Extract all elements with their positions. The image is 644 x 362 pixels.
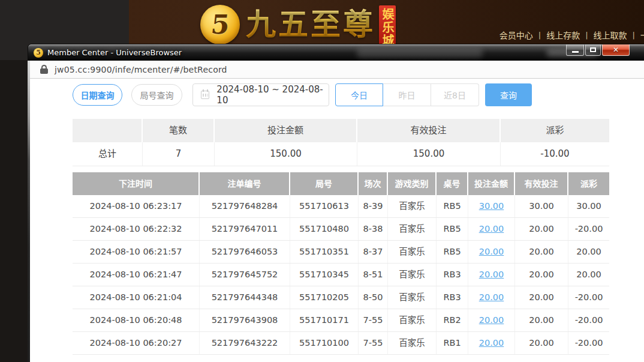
cell-payout: -20.00 [568, 332, 609, 354]
cell-table: RB2 [437, 309, 468, 331]
summary-header-payout: 派彩 [501, 119, 609, 142]
nav-deposit[interactable]: 线上存款 [546, 29, 580, 41]
bet-amount-link[interactable]: 20.00 [479, 224, 504, 234]
search-button[interactable]: 查询 [485, 83, 532, 106]
cell-round: 551710345 [290, 264, 359, 286]
summary-payout-value: -10.00 [501, 142, 609, 166]
col-valid: 有效投注 [515, 172, 568, 195]
cell-game: 百家乐 [388, 241, 437, 263]
logo-number: 5 [209, 11, 230, 38]
cell-round: 551710205 [290, 286, 359, 309]
date-range-value: 2024-08-10 ~ 2024-08-10 [216, 84, 329, 106]
cell-table: RB3 [437, 286, 468, 309]
cell-game: 百家乐 [388, 218, 437, 240]
minimize-button[interactable] [566, 44, 584, 56]
table-row: 2024-08-10 06:21:04 521797644348 5517102… [73, 286, 609, 309]
col-bet-id: 注单编号 [200, 172, 290, 195]
cell-table: RB3 [437, 264, 468, 286]
url-text: jw05.cc:9900/infe/mcenter/#/betRecord [55, 65, 227, 74]
summary-header-row: 笔数 投注金额 有效投注 派彩 [73, 119, 609, 142]
summary-header-bet-amount: 投注金额 [215, 119, 357, 142]
bet-amount-link[interactable]: 20.00 [479, 247, 504, 256]
close-button[interactable]: ✕ [602, 44, 630, 56]
col-payout: 派彩 [568, 172, 609, 195]
window-icon-glyph: 5 [36, 49, 41, 56]
cell-session: 8-51 [359, 264, 388, 286]
cell-session: 8-37 [359, 241, 388, 263]
cell-game: 百家乐 [388, 332, 437, 354]
col-game: 游戏类别 [388, 172, 437, 195]
cell-payout: -20.00 [568, 309, 609, 331]
cell-time: 2024-08-10 06:21:57 [73, 241, 200, 263]
top-nav: 会员中心 | 线上存款 | 线上取款 | 一 [499, 29, 644, 41]
window-titlebar[interactable]: 5 Member Center - UniverseBrowser ✕ [28, 44, 644, 61]
quick-yesterday-button[interactable]: 昨日 [383, 83, 431, 106]
cell-time: 2024-08-10 06:21:04 [73, 286, 200, 309]
cell-game: 百家乐 [388, 309, 437, 331]
cell-payout: -20.00 [568, 218, 609, 240]
cell-bet-id: 521797644348 [200, 286, 290, 309]
summary-table: 笔数 投注金额 有效投注 派彩 总计 7 150.00 150.00 -10.0… [73, 119, 609, 166]
summary-header-valid-bet: 有效投注 [357, 119, 501, 142]
table-row: 2024-08-10 06:22:32 521797647011 5517104… [73, 218, 609, 241]
window-body: jw05.cc:9900/infe/mcenter/#/betRecord 日期… [28, 61, 644, 362]
cell-game: 百家乐 [388, 286, 437, 309]
col-time: 下注时间 [73, 172, 200, 195]
cell-time: 2024-08-10 06:21:47 [73, 264, 200, 286]
cell-valid: 20.00 [515, 309, 568, 331]
maximize-button[interactable] [585, 44, 601, 56]
cell-bet-id: 521797643908 [200, 309, 290, 331]
logo-title: 九五至尊 [246, 3, 375, 46]
filter-bar: 日期查询 局号查询 2024-08-10 ~ 2024-08-10 今日 昨日 … [73, 83, 532, 106]
summary-count-value: 7 [143, 142, 215, 166]
nav-withdraw[interactable]: 线上取款 [594, 29, 627, 41]
nav-separator: | [633, 31, 635, 40]
cell-valid: 20.00 [515, 264, 568, 286]
cell-bet-id: 521797643222 [200, 332, 290, 354]
address-bar[interactable]: jw05.cc:9900/infe/mcenter/#/betRecord [30, 61, 644, 79]
summary-total-label: 总计 [73, 142, 143, 166]
page: 5 九五至尊 娱乐城 会员中心 | 线上存款 | 线上取款 | 一 5 Memb… [0, 0, 644, 362]
bet-amount-link[interactable]: 20.00 [479, 292, 504, 302]
maximize-icon [590, 47, 596, 52]
round-query-tab[interactable]: 局号查询 [131, 84, 182, 106]
cell-round: 551710480 [290, 218, 359, 240]
cell-round: 551710613 [290, 195, 359, 217]
cell-session: 8-50 [359, 286, 388, 309]
bet-amount-link[interactable]: 30.00 [479, 201, 504, 211]
lock-icon [40, 65, 48, 74]
table-row: 2024-08-10 06:20:48 521797643908 5517101… [73, 309, 609, 332]
cell-session: 8-39 [359, 195, 388, 217]
cell-round: 551710351 [290, 241, 359, 263]
summary-total-row: 总计 7 150.00 150.00 -10.00 [73, 142, 609, 166]
calendar-icon [201, 91, 209, 99]
cell-valid: 20.00 [515, 286, 568, 309]
bet-amount-link[interactable]: 20.00 [479, 270, 504, 279]
nav-separator: | [538, 31, 541, 40]
cell-payout: -20.00 [568, 286, 609, 309]
nav-clipped-item[interactable]: 一 [640, 29, 644, 41]
cell-table: RB5 [437, 218, 468, 240]
quick-today-button[interactable]: 今日 [335, 83, 383, 106]
table-row: 2024-08-10 06:21:57 521797646053 5517103… [73, 241, 609, 264]
cell-time: 2024-08-10 06:20:48 [73, 309, 200, 331]
cell-table: RB5 [437, 241, 468, 263]
cell-round: 551710100 [290, 332, 359, 354]
date-query-tab[interactable]: 日期查询 [73, 84, 122, 106]
cell-bet-id: 521797647011 [200, 218, 290, 240]
nav-member-center[interactable]: 会员中心 [499, 29, 533, 41]
cell-bet-id: 521797648284 [200, 195, 290, 217]
quick-8days-button[interactable]: 近8日 [431, 83, 479, 106]
cell-time: 2024-08-10 06:20:27 [73, 332, 200, 354]
date-range-input[interactable]: 2024-08-10 ~ 2024-08-10 [192, 83, 329, 106]
minimize-icon [572, 51, 579, 53]
quick-range-group: 今日 昨日 近8日 [335, 83, 479, 106]
cell-table: RB5 [437, 195, 468, 217]
cell-session: 7-55 [359, 332, 388, 354]
bet-amount-link[interactable]: 20.00 [479, 315, 504, 325]
bet-amount-link[interactable]: 20.00 [479, 338, 504, 348]
window-icon: 5 [34, 48, 43, 58]
table-row: 2024-08-10 06:20:27 521797643222 5517101… [73, 332, 609, 355]
col-session: 场次 [359, 172, 388, 195]
summary-header-blank [73, 119, 143, 142]
